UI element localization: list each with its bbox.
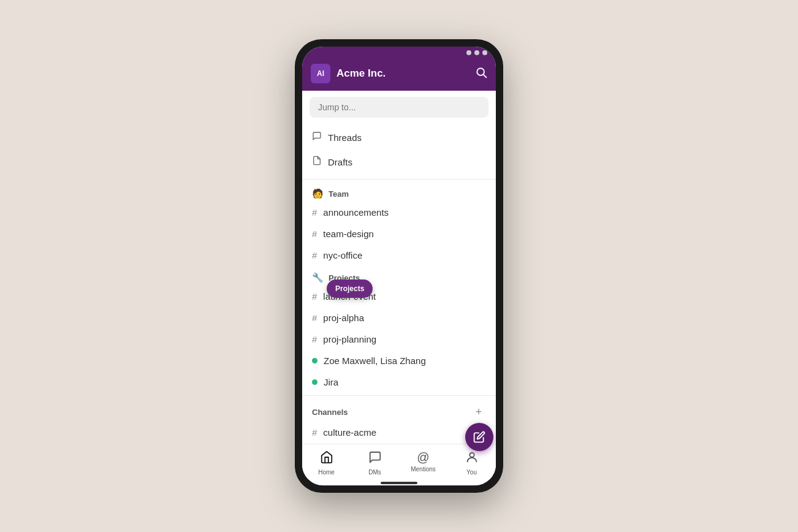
svg-point-2 (469, 453, 474, 457)
search-icon[interactable] (475, 66, 487, 82)
app-header: AI Acme Inc. (302, 59, 496, 91)
projects-emoji: 🔧 (312, 272, 324, 283)
bottom-nav-you[interactable]: You (447, 449, 496, 477)
status-dot-1 (466, 50, 471, 55)
phone-frame: AI Acme Inc. (295, 39, 503, 493)
bottom-nav-home[interactable]: Home (302, 449, 351, 477)
team-emoji: 🧑 (312, 188, 324, 199)
threads-nav-item[interactable]: Threads (302, 125, 496, 150)
channel-name: proj-planning (323, 334, 376, 344)
channels-label: Channels (312, 408, 471, 417)
threads-label: Threads (328, 132, 362, 143)
dms-icon (368, 450, 382, 468)
channel-name: nyc-office (323, 250, 362, 260)
channels-section-header: Channels + (302, 398, 496, 422)
jump-to-input[interactable] (310, 97, 488, 118)
home-label: Home (318, 469, 335, 476)
divider-2 (302, 395, 496, 396)
channel-name: proj-alpha (323, 313, 364, 323)
mentions-label: Mentions (411, 466, 436, 473)
channel-nyc-office[interactable]: # nyc-office (302, 245, 496, 266)
dm-zoe-lisa[interactable]: Zoe Maxwell, Lisa Zhang (302, 350, 496, 371)
bottom-nav-dms[interactable]: DMs (351, 449, 399, 477)
phone-screen: AI Acme Inc. (302, 47, 496, 485)
drafts-nav-item[interactable]: Drafts (302, 150, 496, 174)
team-section-label: Team (329, 189, 349, 199)
bottom-nav: Home DMs @ Mentions (302, 444, 496, 479)
you-icon (465, 450, 479, 468)
mentions-icon: @ (417, 450, 429, 465)
drafts-icon (312, 156, 322, 168)
content-area: Threads Drafts 🧑 Team (302, 91, 496, 444)
you-label: You (466, 469, 477, 476)
projects-tooltip: Projects (327, 279, 373, 298)
workspace-title: Acme Inc. (336, 67, 469, 80)
projects-row: 🔧 Projects Projects (302, 266, 496, 286)
channel-name: culture-acme (323, 427, 376, 438)
online-indicator (312, 358, 317, 363)
hash-icon: # (312, 334, 317, 344)
channel-name: announcements (323, 207, 389, 218)
status-bar (302, 47, 496, 59)
divider-1 (302, 179, 496, 180)
bottom-nav-mentions[interactable]: @ Mentions (399, 449, 447, 477)
svg-line-1 (484, 74, 487, 77)
home-icon (320, 450, 333, 468)
hash-icon: # (312, 313, 317, 323)
search-bar-container (310, 97, 488, 118)
online-indicator (312, 379, 317, 385)
channel-proj-alpha[interactable]: # proj-alpha (302, 307, 496, 329)
dm-jira[interactable]: Jira (302, 371, 496, 393)
nav-items: Threads Drafts (302, 123, 496, 177)
channel-name: team-design (323, 229, 374, 239)
workspace-avatar: AI (311, 64, 330, 83)
dms-label: DMs (368, 469, 381, 476)
hash-icon: # (312, 250, 317, 260)
team-section-header: 🧑 Team (302, 182, 496, 202)
channel-team-design[interactable]: # team-design (302, 223, 496, 245)
add-channel-button[interactable]: + (471, 405, 486, 419)
hash-icon: # (312, 207, 317, 218)
threads-icon (312, 131, 322, 143)
home-indicator (381, 482, 417, 484)
compose-fab[interactable] (465, 423, 493, 451)
hash-icon: # (312, 229, 317, 239)
dm-name: Jira (324, 377, 338, 387)
channel-proj-planning[interactable]: # proj-planning (302, 329, 496, 350)
status-dot-2 (474, 50, 479, 55)
drafts-label: Drafts (328, 157, 352, 167)
hash-icon: # (312, 427, 317, 438)
channel-announcements[interactable]: # announcements (302, 202, 496, 223)
hash-icon: # (312, 291, 317, 302)
status-dot-3 (482, 50, 487, 55)
dm-name: Zoe Maxwell, Lisa Zhang (324, 355, 426, 366)
